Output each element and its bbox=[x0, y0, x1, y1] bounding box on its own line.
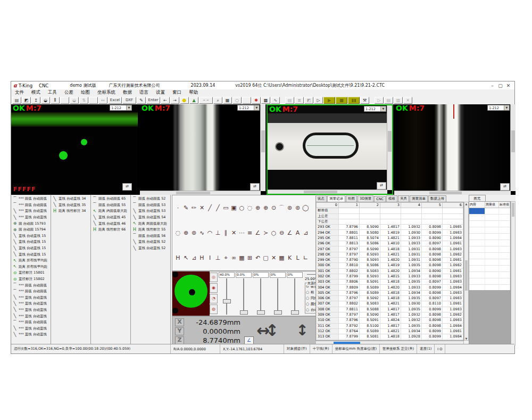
camera-view-4[interactable]: OKM:71-212▼⇄ bbox=[394, 104, 516, 195]
toolbox-icon[interactable]: ⊖ bbox=[278, 229, 286, 237]
radio-icon[interactable]: ○ bbox=[306, 308, 309, 312]
toolbox-icon[interactable]: ⊿ bbox=[302, 229, 310, 237]
measure-item[interactable]: ╲*** 直线 自动直线 bbox=[11, 295, 51, 301]
path-tool-button[interactable]: ↥ bbox=[31, 97, 40, 104]
menu-item[interactable]: 语言 bbox=[136, 89, 152, 96]
toolbox-icon[interactable]: ⊕ bbox=[254, 204, 262, 212]
measure-item[interactable]: ⌒圆弧 自动圆弧 65 bbox=[91, 196, 130, 202]
toolbox-icon[interactable]: ⊕ bbox=[182, 229, 190, 237]
record-row[interactable]: 297 OK7.87978.50901.48181.09310.80981.09… bbox=[317, 246, 463, 252]
camera-vscrollbar[interactable] bbox=[510, 104, 516, 191]
toolbox-icon[interactable]: L bbox=[294, 254, 302, 262]
toolbox-icon[interactable]: ↖ bbox=[182, 254, 190, 262]
toolbox-icon[interactable]: H bbox=[174, 254, 182, 262]
tab-测量记录[interactable]: 测量记录 bbox=[327, 195, 345, 202]
measure-item[interactable]: H距离 线性标注 55 bbox=[131, 227, 170, 233]
camera-hscrollbar[interactable] bbox=[140, 191, 261, 195]
save-button[interactable]: ▤ bbox=[12, 97, 21, 104]
record-vscrollbar[interactable]: ▲ ▼ bbox=[464, 202, 469, 341]
camera-view-1[interactable]: OKM:71-212▼FFFFF⇄ bbox=[11, 104, 138, 195]
toolbox-icon[interactable]: ⊞ bbox=[246, 254, 254, 262]
axis-x-button[interactable]: X bbox=[175, 318, 184, 326]
toolbox-icon[interactable]: ∠ bbox=[286, 229, 294, 237]
toolbox-icon[interactable]: ↶ bbox=[254, 254, 262, 262]
maximize-button[interactable]: ▢ bbox=[496, 83, 504, 88]
toolbox-icon[interactable]: ⌒ bbox=[278, 204, 286, 212]
toolbox-icon[interactable]: ⊿ bbox=[190, 254, 198, 262]
element-row[interactable] bbox=[469, 240, 510, 246]
camera-hscrollbar[interactable] bbox=[394, 191, 511, 195]
measure-item[interactable]: ╲*** 直线 自动直线 bbox=[11, 301, 51, 307]
element-row[interactable] bbox=[469, 227, 510, 234]
measure-item[interactable]: ⌒*** 圆弧 自动圆弧 bbox=[11, 282, 51, 289]
stop-button[interactable]: ■ bbox=[336, 97, 347, 104]
save-3-button[interactable]: ▤ bbox=[384, 97, 393, 104]
record-row[interactable]: 294 OK7.88018.50801.48191.09300.80991.09… bbox=[317, 230, 463, 235]
slider-thumb[interactable] bbox=[240, 310, 248, 315]
forward-arrow-button[interactable]: → bbox=[170, 97, 179, 104]
close-tool-button[interactable]: ✕ bbox=[403, 97, 412, 104]
xy-jog-control[interactable]: ↔ ↕ bbox=[256, 319, 286, 342]
probe-down-button[interactable]: ◒ bbox=[70, 97, 79, 104]
camera-flip-button[interactable]: ⇄ bbox=[122, 183, 132, 191]
open-button[interactable]: ◩ bbox=[22, 97, 31, 104]
element-row[interactable] bbox=[469, 272, 510, 278]
tab-测量清单[interactable]: 测量清单 bbox=[410, 195, 428, 202]
measure-item[interactable]: ⌒圆弧 自动圆弧 52 bbox=[131, 196, 170, 202]
light-slider[interactable]: 0% bbox=[270, 272, 286, 315]
record-row[interactable]: 299 OK7.87908.50931.48201.09310.80981.09… bbox=[317, 257, 463, 262]
toolbox-icon[interactable]: ◌ bbox=[246, 204, 254, 212]
menu-item[interactable]: 设置 bbox=[152, 89, 169, 96]
camera-range-select[interactable]: 1-212▼ bbox=[487, 105, 510, 111]
measure-item[interactable]: ↖距离 内圆弧最大距 bbox=[91, 208, 130, 215]
curve-button[interactable]: ∿ bbox=[271, 97, 280, 104]
slider-thumb[interactable] bbox=[291, 310, 299, 315]
measure-item[interactable]: H距离 线性标注 66 bbox=[91, 227, 130, 233]
element-row[interactable] bbox=[469, 215, 510, 221]
toolbox-icon[interactable]: ○ bbox=[238, 204, 246, 212]
measure-item[interactable]: ╲*** 直线 自动直线 bbox=[11, 325, 51, 332]
multi-run-button[interactable]: ≣ bbox=[295, 97, 304, 104]
axis-z-button[interactable]: Z bbox=[175, 336, 184, 344]
measure-item[interactable]: ╲*** 直线 自动直线 bbox=[11, 313, 51, 319]
measure-item[interactable]: ╲直线 自动直线 15 bbox=[11, 239, 51, 245]
radio-icon[interactable]: ○ bbox=[306, 302, 309, 306]
measure-item[interactable]: ╲直线 自动直线 45 bbox=[91, 215, 130, 221]
toolbox-icon[interactable]: ╱ bbox=[214, 204, 222, 212]
toolbox-icon[interactable]: · bbox=[174, 204, 182, 212]
measure-item[interactable]: ╲*** 直线 自动直线 bbox=[11, 208, 51, 215]
radio-icon[interactable]: ○ bbox=[306, 291, 309, 294]
toolbox-icon[interactable]: ∠ bbox=[254, 229, 262, 237]
print-button[interactable]: ▥ bbox=[394, 97, 403, 104]
z-jog-control[interactable]: ↕ bbox=[296, 319, 309, 342]
tab-CNC[interactable]: CNC bbox=[374, 196, 386, 202]
blank-tool-3[interactable] bbox=[242, 97, 251, 104]
measure-item[interactable]: ⌒圆弧 自动圆弧 56 bbox=[131, 233, 170, 240]
light-mode-segment-icon[interactable]: ◔ bbox=[210, 294, 218, 303]
camera-view-2[interactable]: OKM:71-212▼⇄ bbox=[140, 104, 265, 195]
measure-item[interactable]: ╲*** 直线 自动直线 bbox=[11, 332, 51, 338]
toolbox-icon[interactable]: ✎ bbox=[182, 204, 190, 212]
measure-item[interactable]: ╲直线 自动直线 35 bbox=[51, 202, 90, 209]
toolbox-icon[interactable]: ▭ bbox=[222, 204, 230, 212]
record-row[interactable]: 310 OK7.87968.50911.48241.09320.80981.09… bbox=[317, 318, 463, 323]
menu-item[interactable]: 公差 bbox=[61, 89, 77, 96]
dxf-export-button[interactable]: DXF bbox=[122, 97, 136, 104]
tab-状态[interactable]: 状态 bbox=[315, 195, 327, 202]
light-mode-coax-icon[interactable]: ◉ bbox=[210, 283, 218, 293]
toolbox-icon[interactable]: ▦ bbox=[238, 254, 246, 262]
measure-item[interactable]: ╲*** 直线 自动直线 bbox=[11, 215, 51, 221]
measure-item[interactable]: ↖距离 所有线平均距 bbox=[11, 264, 51, 270]
excel-export-button[interactable]: Excel bbox=[108, 97, 122, 104]
record-grid[interactable]: 0123456 标准值上公差下公差293 OK7.87968.50901.481… bbox=[315, 202, 464, 341]
measure-item[interactable]: ╲直线 自动直线 15 bbox=[11, 233, 51, 240]
save-2-button[interactable]: ▤ bbox=[285, 97, 294, 104]
toolbox-icon[interactable]: ▢ bbox=[262, 254, 270, 262]
menu-item[interactable]: 工具 bbox=[44, 89, 61, 96]
measure-item[interactable]: ⌒*** 圆弧 自动圆弧 bbox=[11, 319, 51, 326]
toolbox-icon[interactable]: ∞ bbox=[230, 254, 238, 262]
toolbox-icon[interactable]: ◠ bbox=[206, 229, 214, 237]
toolbox-icon[interactable]: ⋯ bbox=[238, 229, 246, 237]
toolbox-icon[interactable]: ⊛ bbox=[286, 204, 294, 212]
menu-item[interactable]: 模式 bbox=[28, 89, 44, 96]
